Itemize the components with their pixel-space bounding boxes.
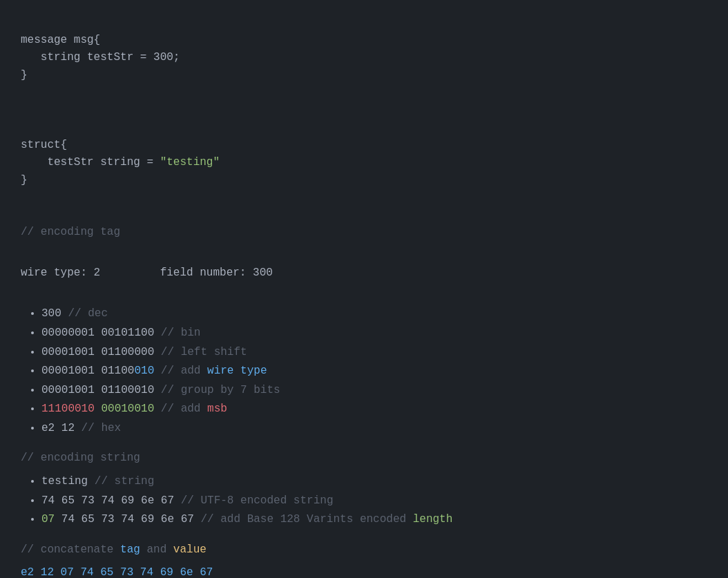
encoding-tag-comment: // encoding tag bbox=[21, 224, 707, 242]
list-item: 00000001 00101100 // bin bbox=[41, 325, 707, 343]
message-body: string testStr = 300; } bbox=[21, 51, 180, 81]
list-item: 11100010 00010010 // add msb bbox=[41, 401, 707, 418]
list-item: 74 65 73 74 69 6e 67 // UTF-8 encoded st… bbox=[41, 492, 707, 510]
encoding-string-comment: // encoding string bbox=[21, 450, 707, 468]
concatenate-comment: // concatenate tag and value bbox=[21, 541, 707, 559]
struct-keyword: struct{ testStr string = bbox=[21, 139, 160, 169]
list-item: 300 // dec bbox=[41, 305, 707, 323]
struct-block: struct{ testStr string = "testing" } bbox=[21, 119, 707, 207]
list-item: 00001001 01100010 // add wire type bbox=[41, 363, 707, 380]
tag-encoding-list: 300 // dec 00000001 00101100 // bin 0000… bbox=[21, 305, 707, 437]
string-value: "testing" bbox=[160, 156, 220, 168]
list-item: 07 74 65 73 74 69 6e 67 // add Base 128 … bbox=[41, 511, 707, 529]
list-item: 00001001 01100000 // left shift bbox=[41, 344, 707, 362]
list-item: testing // string bbox=[41, 473, 707, 491]
code-container: message msg{ string testStr = 300; } str… bbox=[21, 14, 707, 578]
string-encoding-list: testing // string 74 65 73 74 69 6e 67 /… bbox=[21, 473, 707, 529]
wire-type-text: wire type: 2 field number: 300 bbox=[21, 267, 273, 279]
final-hex-line: e2 12 07 74 65 73 74 69 6e 67 bbox=[21, 564, 707, 578]
comment-text: // encoding string bbox=[21, 452, 140, 464]
list-item: 00001001 01100010 // group by 7 bits bbox=[41, 382, 707, 400]
comment-text: // encoding tag bbox=[21, 226, 120, 238]
message-block: message msg{ string testStr = 300; } bbox=[21, 14, 707, 102]
wire-type-line: wire type: 2 field number: 300 bbox=[21, 247, 707, 300]
list-item: e2 12 // hex bbox=[41, 420, 707, 438]
message-keyword: message msg{ bbox=[21, 34, 100, 46]
